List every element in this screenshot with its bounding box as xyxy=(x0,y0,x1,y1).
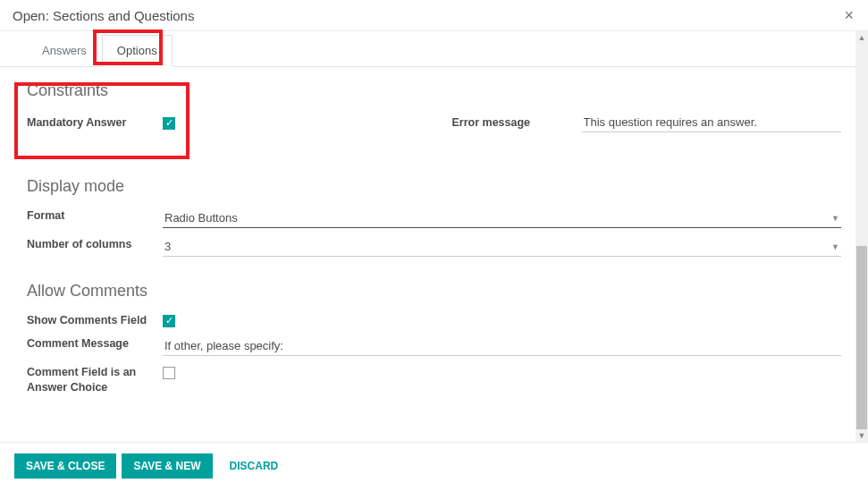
scrollbar[interactable]: ▲ ▼ xyxy=(855,31,868,442)
chevron-down-icon: ▼ xyxy=(831,242,839,251)
scroll-down-icon[interactable]: ▼ xyxy=(855,429,868,442)
modal-footer: Save & Close Save & New Discard xyxy=(0,443,868,489)
tabs-bar: Answers Options xyxy=(0,31,868,67)
modal-header: Open: Sections and Questions × xyxy=(0,0,868,31)
format-select[interactable]: Radio Buttons ▼ xyxy=(163,208,841,228)
constraints-title: Constraints xyxy=(27,81,841,100)
display-mode-title: Display mode xyxy=(27,177,841,196)
scroll-thumb[interactable] xyxy=(856,246,867,429)
save-new-button[interactable]: Save & New xyxy=(122,453,212,479)
error-message-row: Error message xyxy=(452,113,842,132)
section-allow-comments: Allow Comments Show Comments Field ✓ Com… xyxy=(27,282,841,394)
discard-button[interactable]: Discard xyxy=(218,453,291,479)
show-comments-checkbox[interactable]: ✓ xyxy=(163,315,175,327)
tab-answers[interactable]: Answers xyxy=(27,35,102,67)
mandatory-answer-checkbox[interactable]: ✓ xyxy=(163,117,175,130)
error-message-label: Error message xyxy=(452,115,582,130)
show-comments-label: Show Comments Field xyxy=(27,313,163,327)
mandatory-answer-row: Mandatory Answer ✓ xyxy=(27,113,417,132)
section-display-mode: Display mode Format Radio Buttons ▼ Numb… xyxy=(27,177,841,257)
columns-value: 3 xyxy=(164,240,171,253)
columns-select[interactable]: 3 ▼ xyxy=(163,237,841,257)
error-message-input[interactable] xyxy=(582,113,842,132)
close-icon[interactable]: × xyxy=(844,7,854,23)
chevron-down-icon: ▼ xyxy=(831,214,839,223)
columns-label: Number of columns xyxy=(27,237,163,251)
section-constraints: Constraints Mandatory Answer ✓ Error mes… xyxy=(27,81,841,132)
comment-message-label: Comment Message xyxy=(27,336,163,351)
save-close-button[interactable]: Save & Close xyxy=(14,453,116,479)
scroll-up-icon[interactable]: ▲ xyxy=(855,31,868,44)
comment-answer-choice-label: Comment Field is an Answer Choice xyxy=(27,365,163,394)
comment-message-input[interactable] xyxy=(163,336,841,356)
form-area: Constraints Mandatory Answer ✓ Error mes… xyxy=(0,67,868,428)
comment-answer-choice-checkbox[interactable] xyxy=(163,367,175,379)
format-value: Radio Buttons xyxy=(164,211,238,225)
modal-title: Open: Sections and Questions xyxy=(13,8,194,23)
format-label: Format xyxy=(27,208,163,223)
allow-comments-title: Allow Comments xyxy=(27,282,841,301)
mandatory-answer-label: Mandatory Answer xyxy=(27,115,163,130)
modal-body: Answers Options Constraints Mandatory An… xyxy=(0,31,868,443)
tab-options[interactable]: Options xyxy=(102,35,173,67)
